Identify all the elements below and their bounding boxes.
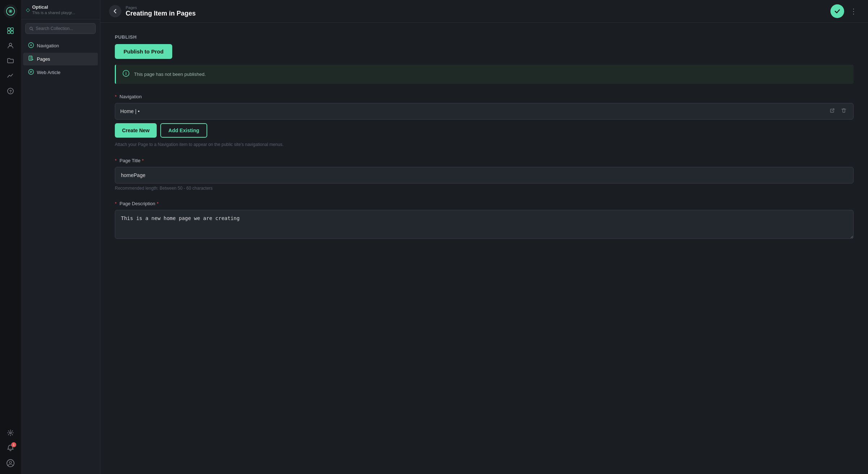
icon-sidebar: ? 1 [0,0,21,474]
sidebar-icon-profile[interactable] [4,457,17,470]
main-content: Pages Creating Item in Pages ⋮ Publish P… [100,0,868,474]
sidebar-icon-settings[interactable] [4,426,17,439]
svg-rect-3 [8,28,10,30]
svg-point-17 [31,45,31,46]
svg-point-7 [9,43,12,46]
more-options-button[interactable]: ⋮ [848,5,859,17]
sidebar-icon-users[interactable] [4,39,17,52]
search-input[interactable] [36,26,92,31]
notification-badge: 1 [11,442,16,447]
topbar: Pages Creating Item in Pages ⋮ [100,0,868,23]
navigation-value: Home | • [120,108,828,114]
publish-section: Publish Publish to Prod This page has no… [115,34,854,84]
app-logo [4,4,17,18]
workspace-header: ◇ Optical This is a shared playgr... [21,0,100,20]
svg-point-12 [9,461,12,464]
page-title: Creating Item in Pages [126,10,196,17]
article-icon [28,69,34,76]
search-icon [29,26,34,31]
topbar-actions: ⋮ [830,4,859,18]
page-description-input[interactable] [115,210,854,239]
publish-label: Publish [115,34,854,40]
sidebar-item-navigation[interactable]: Navigation [23,39,98,52]
page-title-hint: Recommended length: Between 50 - 60 char… [115,186,854,191]
back-button[interactable] [109,5,121,17]
nav-button-row: Create New Add Existing [115,123,854,138]
web-article-item-label: Web Article [37,70,61,75]
info-icon [122,70,130,79]
navigation-hint: Attach your Page to a Navigation item to… [115,141,854,148]
workspace-name: Optical [32,4,75,10]
collection-list: Navigation Pages Web Arti [21,38,100,81]
create-new-button[interactable]: Create New [115,123,157,138]
search-box[interactable] [25,23,96,34]
nav-input-actions [828,107,848,116]
navigation-field-section: * Navigation Home | • [115,94,854,148]
nav-icon [28,42,34,49]
add-existing-button[interactable]: Add Existing [160,123,207,138]
pages-item-label: Pages [37,56,50,62]
navigation-input-row: Home | • [115,103,854,120]
nav-external-link-button[interactable] [828,107,837,116]
nav-delete-button[interactable] [839,107,848,116]
svg-rect-6 [11,31,13,34]
nav-item-label: Navigation [37,43,59,48]
publish-to-prod-button[interactable]: Publish to Prod [115,44,172,59]
confirm-button[interactable] [830,4,844,18]
breadcrumb: Pages Creating Item in Pages [126,5,196,17]
page-description-section: * Page Description * [115,201,854,240]
sidebar-icon-notifications[interactable]: 1 [4,441,17,454]
publish-info-message: This page has not been published. [134,72,206,77]
svg-rect-5 [8,31,10,34]
sidebar-icon-help[interactable]: ? [4,85,17,98]
workspace-icon: ◇ [26,7,30,13]
form-area: Publish Publish to Prod This page has no… [100,23,868,474]
publish-info-banner: This page has not been published. [115,65,854,84]
page-title-label: * Page Title * [115,158,854,163]
sidebar-icon-content[interactable] [4,24,17,37]
collection-sidebar: ◇ Optical This is a shared playgr... Nav… [21,0,100,474]
navigation-field-label: * Navigation [115,94,854,99]
page-title-input[interactable] [115,167,854,184]
breadcrumb-label: Pages [126,5,196,10]
pages-icon [28,56,34,63]
svg-point-2 [10,10,11,12]
svg-line-14 [32,29,33,30]
svg-point-10 [10,432,12,434]
sidebar-item-pages[interactable]: Pages [23,53,98,65]
page-description-label: * Page Description * [115,201,854,206]
workspace-subtitle: This is a shared playgr... [32,10,75,15]
sidebar-icon-folder[interactable] [4,54,17,67]
svg-text:?: ? [9,89,12,94]
svg-point-24 [126,72,126,73]
sidebar-icon-analytics[interactable] [4,69,17,82]
svg-rect-4 [11,28,13,30]
page-title-section: * Page Title * Recommended length: Betwe… [115,158,854,191]
sidebar-item-web-article[interactable]: Web Article [23,66,98,79]
